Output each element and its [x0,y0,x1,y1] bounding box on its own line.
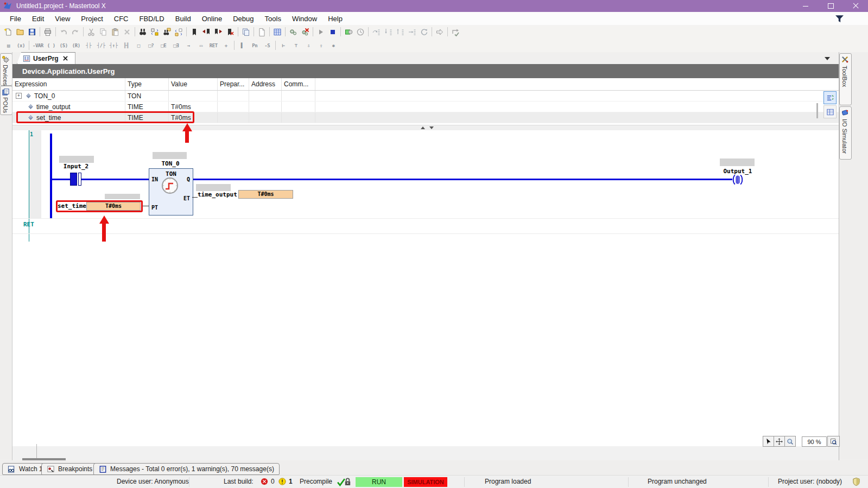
toggle-comment-icon[interactable]: ▌ [236,40,249,51]
column-expression[interactable]: Expression [12,78,125,90]
coil-symbol[interactable] [731,174,744,186]
copy-object-icon[interactable] [240,26,252,37]
save-project-icon[interactable] [26,26,38,37]
step-into-icon[interactable] [382,26,394,37]
step-over-icon[interactable] [370,26,382,37]
column-prepared[interactable]: Prepar... [218,78,249,90]
new-project-icon[interactable] [2,26,14,37]
redo-icon[interactable] [69,26,81,37]
sidebar-tab-devices[interactable]: Devices [0,53,12,86]
insert-network-icon[interactable]: + [220,40,232,51]
pin-pt-label[interactable]: PT [151,205,158,211]
block-instance-label[interactable]: TON_0 [149,160,192,167]
insert-label-icon[interactable]: ▭ [195,40,207,51]
ladder-editor[interactable]: 1 Input_2 TON_0 TON IN Q ET PT [12,130,839,446]
contact-symbol[interactable] [70,173,77,186]
start-icon[interactable] [315,26,327,37]
minimize-button[interactable] [793,0,818,12]
tabular-view-button[interactable] [823,105,837,118]
step-out-icon[interactable] [394,26,406,37]
select-mode-button[interactable] [763,436,774,447]
tab-userprg[interactable]: UserPrg [17,52,75,64]
inline-value-icon[interactable]: (x) [15,40,27,51]
sidebar-tab-toolbox[interactable]: ToolBox [839,53,852,105]
tab-messages[interactable]: Messages - Total 0 error(s), 1 warning(s… [93,463,280,475]
operand-comment-placeholder[interactable] [720,159,755,166]
flow-control-icon[interactable] [434,26,446,37]
sidebar-tab-pous[interactable]: POUs [0,86,12,115]
time-monitoring-icon[interactable] [354,26,366,37]
delete-icon[interactable] [121,26,133,37]
insert-table-icon[interactable] [271,26,283,37]
table-row-ton0[interactable]: + TON_0 TON [12,91,839,102]
insert-negated-contact-icon[interactable]: ┤/├ [95,40,107,51]
insert-coil-icon[interactable]: ( ) [45,40,58,51]
previous-bookmark-icon[interactable] [200,26,212,37]
insert-empty-box-icon[interactable]: □? [145,40,157,51]
menu-file[interactable]: File [4,15,27,23]
stop-icon[interactable] [327,26,339,37]
pt-operand-label[interactable]: set_time [58,202,86,210]
zoom-level-field[interactable]: 90 % [802,436,827,447]
menu-view[interactable]: View [49,15,75,23]
return-label[interactable]: RET [23,221,34,228]
replace-icon[interactable] [149,26,161,37]
move-up-icon[interactable]: ⇧ [315,40,327,51]
insert-set-coil-icon[interactable]: (S) [58,40,70,51]
print-icon[interactable] [42,26,54,37]
tab-close-icon[interactable] [63,56,68,61]
open-project-icon[interactable] [14,26,26,37]
table-row-time-output[interactable]: time_output TIME T#0ms [12,102,839,112]
next-bookmark-ic[interactable] [212,26,224,37]
menu-fbdld[interactable]: FBD/LD [134,15,170,23]
column-type[interactable]: Type [125,78,169,90]
copy-icon[interactable] [97,26,109,37]
menu-cfc[interactable]: CFC [109,15,134,23]
column-comment[interactable]: Comm... [282,78,315,90]
pt-online-value[interactable]: T#0ms [86,202,141,211]
menu-project[interactable]: Project [75,15,108,23]
clean-all-icon[interactable] [299,26,311,37]
insert-contact-icon[interactable]: ┤├ [83,40,95,51]
splitter-up-icon[interactable] [421,126,425,129]
sidebar-tab-io-simulator[interactable]: I/O Simulator [839,106,852,160]
menu-online[interactable]: Online [197,15,228,23]
zoom-fit-button[interactable] [827,436,840,447]
close-button[interactable] [843,0,868,12]
move-down-icon[interactable]: ⇩ [302,40,315,51]
operand-comment-placeholder[interactable] [196,184,231,191]
et-online-value[interactable]: T#0ms [238,190,293,199]
find-icon[interactable] [137,26,149,37]
insert-s-path-icon[interactable]: -S [261,40,274,51]
tab-breakpoints[interactable]: Breakpoints [41,463,98,475]
insert-box-en-icon[interactable]: □E [157,40,170,51]
online-change-icon[interactable] [449,26,461,37]
operand-comment-placeholder[interactable] [153,152,187,159]
tab-list-dropdown-icon[interactable] [825,57,830,60]
update-parameters-icon[interactable]: ✱ [327,40,340,51]
magnify-mode-button[interactable] [784,436,796,447]
branch-pn-icon[interactable]: Pn [249,40,261,51]
login-simulation-icon[interactable] [343,26,354,37]
pin-et-label[interactable]: ET [183,195,190,201]
menu-tools[interactable]: Tools [259,15,287,23]
insert-box-eno-icon[interactable]: □Ǝ [170,40,182,51]
paste-icon[interactable] [109,26,121,37]
pan-mode-button[interactable] [774,436,785,447]
expand-icon[interactable]: + [16,93,22,99]
menu-debug[interactable]: Debug [227,15,259,23]
fbd-assistant-icon[interactable]: ▤ [2,40,15,51]
insert-parallel-contact-icon[interactable]: ╟╢ [120,40,132,51]
toggle-bookmark-icon[interactable] [188,26,200,37]
replace-in-files-icon[interactable] [173,26,185,37]
undo-icon[interactable] [58,26,69,37]
watch-scrollbar[interactable] [816,103,818,118]
reset-icon[interactable] [418,26,430,37]
paste-object-icon[interactable] [256,26,268,37]
insert-branch-above-icon[interactable]: ⊤ [290,40,302,51]
find-in-files-icon[interactable] [161,26,173,37]
menu-edit[interactable]: Edit [27,15,49,23]
et-operand-label[interactable]: time_output [198,191,237,198]
menu-build[interactable]: Build [170,15,197,23]
insert-rising-edge-contact-icon[interactable]: ┤↑├ [107,40,120,51]
